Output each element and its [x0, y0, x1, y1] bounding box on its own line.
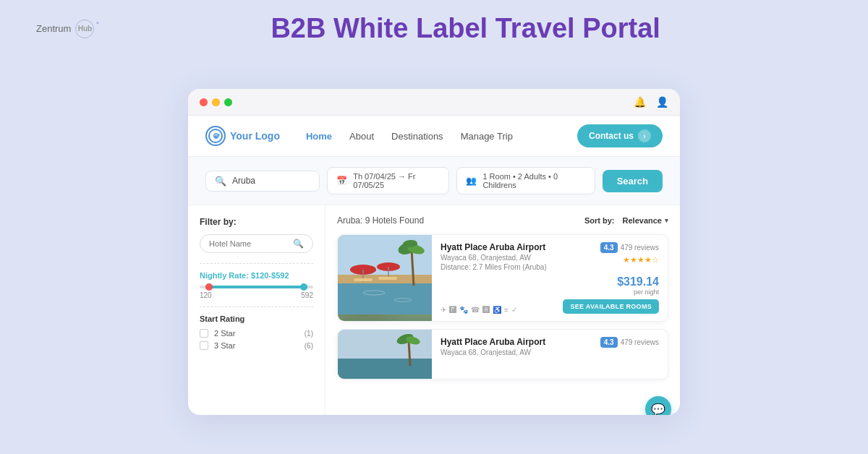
hotel-price-block-1: $319.14 per night SEE AVAILABLE ROOMS: [563, 275, 659, 314]
amenity-check-icon: ✓: [511, 306, 517, 314]
dot-green[interactable]: [224, 98, 232, 106]
nav-logo: Your Logo: [205, 126, 280, 146]
brand-name: Zentrum: [36, 23, 71, 34]
results-section: Aruba: 9 Hotels Found Sort by: Relevance…: [326, 205, 680, 415]
svg-rect-9: [378, 277, 397, 280]
search-button[interactable]: Search: [603, 170, 663, 192]
nightly-label: Nightly Rate: $120-$592: [200, 271, 313, 280]
nav-logo-icon: [205, 126, 226, 146]
divider-1: [200, 263, 313, 264]
hotel-image-inner-2: [338, 330, 432, 380]
star-3-checkbox[interactable]: [200, 341, 208, 350]
browser-window: 🔔 👤 Your Logo: [188, 89, 680, 415]
sort-by[interactable]: Sort by: Relevance ▾: [584, 216, 668, 225]
star-3-label: 3 Star: [214, 341, 299, 350]
rating-score-2: 4.3 479 reviews: [600, 337, 659, 348]
results-header: Aruba: 9 Hotels Found Sort by: Relevance…: [337, 215, 668, 226]
contact-button[interactable]: Contact us ›: [577, 124, 663, 147]
range-min-label: 120: [200, 291, 212, 299]
amenity-list-icon: ≡: [504, 306, 509, 314]
star-rating-title: Start Rating: [200, 314, 313, 323]
hotel-price-1: $319.14: [563, 275, 659, 288]
nav-destinations[interactable]: Destinations: [391, 131, 443, 142]
hotel-info-2: Hyatt Place Aruba Airport Wayaca 68, Ora…: [432, 330, 668, 379]
hotel-scene-svg-1: [338, 235, 432, 314]
guests-text: 1 Room • 2 Adults • 0 Childrens: [482, 172, 585, 189]
dot-red[interactable]: [200, 98, 208, 106]
nav-about[interactable]: About: [349, 131, 374, 142]
search-filter-icon: 🔍: [293, 239, 304, 249]
hotel-name-filter[interactable]: 🔍: [200, 234, 313, 253]
hotel-rating-1: 4.3 479 reviews ★★★★☆: [600, 242, 659, 265]
browser-icons: 🔔 👤: [634, 96, 668, 108]
sort-value: Relevance: [623, 216, 662, 225]
guests-icon: 👥: [466, 176, 477, 186]
contact-label: Contact us: [589, 131, 634, 141]
search-bar: 🔍 📅 Th 07/04/25 → Fr 07/05/25 👥 1 Room •…: [188, 157, 680, 205]
destination-field: 🔍: [205, 171, 320, 192]
see-rooms-button-1[interactable]: SEE AVAILABLE ROOMS: [563, 299, 659, 314]
hotel-details-2: Hyatt Place Aruba Airport Wayaca 68, Ora…: [441, 337, 545, 358]
page-container: Zentrum Hub ● B2B White Label Travel Por…: [0, 0, 868, 454]
stars-1: ★★★★☆: [623, 255, 659, 265]
nav-manage-trip[interactable]: Manage Trip: [461, 131, 513, 142]
amenity-parking-icon: 🅿: [449, 306, 456, 314]
hotel-name-input[interactable]: [209, 239, 289, 248]
range-max-label: 592: [301, 291, 313, 299]
nav-links: Home About Destinations Manage Trip: [306, 131, 563, 142]
hotel-name-1: Hyatt Place Aruba Airport: [441, 242, 547, 252]
star-2-label: 2 Star: [214, 329, 299, 338]
brand-logo: Zentrum Hub ●: [36, 20, 99, 38]
guests-field[interactable]: 👥 1 Room • 2 Adults • 0 Childrens: [456, 167, 595, 194]
hotel-info-1: Hyatt Place Aruba Airport Wayaca 68, Ora…: [432, 235, 668, 321]
logo-g-icon: [208, 129, 223, 143]
chat-icon: 💬: [651, 403, 665, 416]
results-count: Aruba: 9 Hotels Found: [337, 215, 424, 226]
amenity-plane-icon: ✈: [441, 306, 446, 314]
amenity-access-icon: ♿: [493, 306, 501, 314]
date-field[interactable]: 📅 Th 07/04/25 → Fr 07/05/25: [327, 167, 449, 194]
rating-num-2: 4.3: [600, 337, 618, 348]
destination-input[interactable]: [232, 176, 310, 186]
amenities-1: ✈ 🅿 🐾 ☎ 🅰 ♿ ≡ ✓: [441, 306, 517, 314]
star-2-checkbox[interactable]: [200, 329, 208, 338]
logo-logo: Logo: [255, 130, 280, 142]
star-3-count: (6): [305, 342, 313, 350]
sort-label: Sort by:: [584, 216, 615, 225]
hotel-top-2: Hyatt Place Aruba Airport Wayaca 68, Ora…: [441, 337, 659, 358]
hotel-scene-svg-2: [338, 330, 432, 380]
logo-your: Your: [230, 130, 255, 142]
user-icon[interactable]: 👤: [656, 96, 668, 108]
brand-dot: ●: [95, 20, 99, 26]
range-labels: 120 592: [200, 291, 313, 299]
browser-dots: [200, 98, 232, 106]
hotel-bottom-1: ✈ 🅿 🐾 ☎ 🅰 ♿ ≡ ✓ $31: [441, 275, 659, 314]
dot-yellow[interactable]: [212, 98, 220, 106]
sort-chevron-icon: ▾: [665, 217, 668, 224]
hotel-address-1: Wayaca 68, Oranjestad, AW: [441, 254, 547, 262]
nightly-label-text: Nightly Rate:: [200, 271, 249, 280]
date-range-text: Th 07/04/25 → Fr 07/05/25: [353, 172, 440, 189]
calendar-icon: 📅: [336, 176, 347, 186]
hotel-top-1: Hyatt Place Aruba Airport Wayaca 68, Ora…: [441, 242, 659, 271]
location-icon: 🔍: [215, 176, 226, 187]
price-range-slider[interactable]: [200, 286, 313, 288]
main-content: Filter by: 🔍 Nightly Rate: $120-$592: [188, 205, 680, 415]
range-thumb-min[interactable]: [205, 283, 213, 291]
bell-icon[interactable]: 🔔: [634, 96, 646, 108]
filter-title: Filter by:: [200, 217, 313, 227]
star-rating-section: Start Rating 2 Star (1) 3 Star (6): [200, 314, 313, 350]
rating-num-1: 4.3: [600, 242, 618, 253]
contact-arrow-icon: ›: [638, 129, 651, 142]
hotel-details-1: Hyatt Place Aruba Airport Wayaca 68, Ora…: [441, 242, 547, 271]
svg-rect-8: [354, 278, 373, 281]
svg-rect-17: [338, 359, 432, 380]
star-item-3: 3 Star (6): [200, 341, 313, 350]
range-thumb-max[interactable]: [300, 283, 307, 291]
browser-wrapper: 🔔 👤 Your Logo: [0, 50, 868, 454]
nav-home[interactable]: Home: [306, 131, 332, 142]
hotel-image-2: [338, 330, 432, 380]
nightly-range: $120-$592: [251, 271, 289, 280]
amenity-a-icon: 🅰: [482, 306, 490, 314]
hotel-image-1: [338, 235, 432, 321]
